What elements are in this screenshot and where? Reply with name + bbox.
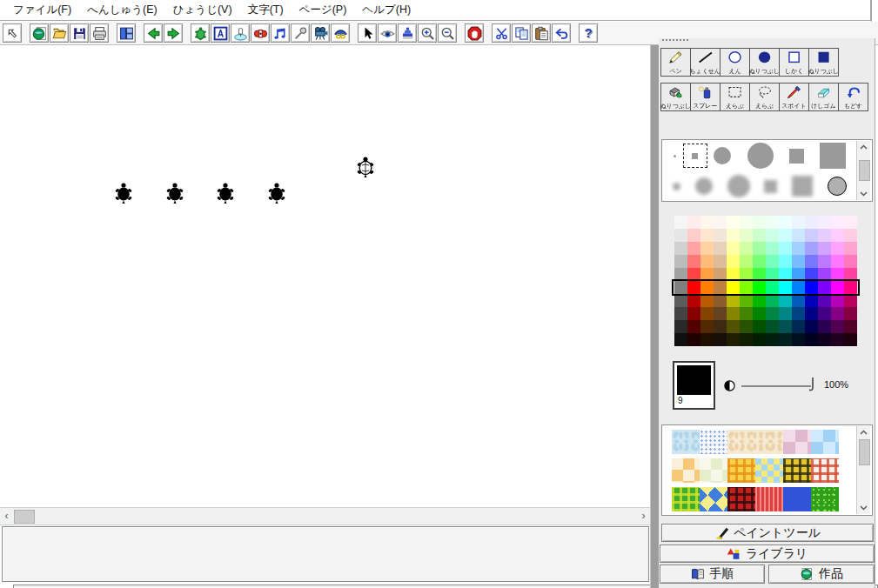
palette-cell[interactable] [740,294,753,307]
brush-shape-soft-circle-9[interactable] [673,183,680,190]
library-tab[interactable]: ライブラリ [660,545,875,563]
palette-cell[interactable] [700,320,714,333]
palette-cell[interactable] [714,268,727,281]
palette-cell[interactable] [674,229,687,242]
palette-cell[interactable] [792,294,805,307]
brush-shape-square-7[interactable] [692,153,698,159]
tool-select-rect[interactable]: えらぶ [720,83,750,111]
menu-file[interactable]: ファイル(F) [5,0,79,20]
palette-cell[interactable] [700,281,714,294]
help-button[interactable]: ?? [579,23,598,43]
paste-button[interactable] [532,23,551,43]
palette-cell[interactable] [844,216,857,229]
costume-button[interactable] [331,23,350,43]
palette-cell[interactable] [674,294,687,307]
palette-cell[interactable] [805,242,818,255]
palette-cell[interactable] [714,216,727,229]
palette-cell[interactable] [687,242,700,255]
palette-cell[interactable] [805,268,818,281]
palette-cell[interactable] [818,281,831,294]
palette-cell[interactable] [844,281,857,294]
texture-scrollbar[interactable] [856,426,870,514]
palette-cell[interactable] [805,216,818,229]
palette-cell[interactable] [844,320,857,333]
tool-pen[interactable]: ペン [660,48,691,77]
texture-dark-plaid[interactable] [783,458,811,483]
palette-cell[interactable] [753,333,766,346]
palette-cell[interactable] [687,333,700,346]
palette-cell[interactable] [792,229,805,242]
zoom-out-button[interactable] [438,23,457,43]
texture-red-knit[interactable] [755,487,783,511]
palette-cell[interactable] [792,307,805,320]
palette-cell[interactable] [779,307,792,320]
menu-view[interactable]: ひょうじ(V) [165,0,240,20]
palette-cell[interactable] [766,229,779,242]
palette-cell[interactable] [831,229,844,242]
palette-cell[interactable] [805,320,818,333]
texture-green-checker[interactable] [700,458,727,483]
palette-cell[interactable] [753,268,766,281]
brush-shape-square-30[interactable] [820,143,846,169]
texture-blue-mottle[interactable] [672,430,700,454]
palette-cell[interactable] [844,229,857,242]
brush-shape-ring-20[interactable] [828,177,847,196]
palette-cell[interactable] [766,294,779,307]
push-button-button[interactable] [231,23,250,43]
palette-cell[interactable] [753,216,766,229]
palette-cell[interactable] [674,320,687,333]
turtle-filled-3[interactable] [215,182,236,208]
tool-eyedropper[interactable]: スポイト [779,83,809,111]
new-turtle-button[interactable] [191,23,210,43]
texture-solid-blue[interactable] [783,487,811,511]
canvas-h-scrollbar[interactable]: ‹ › [0,507,650,525]
palette-cell[interactable] [818,229,831,242]
palette-cell[interactable] [727,320,740,333]
palette-cell[interactable] [805,255,818,268]
palette-cell[interactable] [700,294,714,307]
palette-cell[interactable] [687,307,700,320]
menu-page[interactable]: ページ(P) [292,0,355,20]
palette-cell[interactable] [714,229,727,242]
stop-hand-button[interactable] [465,23,484,43]
brush-shape-soft-square-24[interactable] [792,176,813,197]
palette-cell[interactable] [831,333,844,346]
menu-help[interactable]: ヘルプ(H) [354,0,419,20]
palette-cell[interactable] [740,268,753,281]
palette-cell[interactable] [779,255,792,268]
palette-cell[interactable] [714,242,727,255]
palette-cell[interactable] [818,255,831,268]
texture-green-yellow-plaid[interactable] [672,487,700,511]
palette-cell[interactable] [687,281,700,294]
palette-cell[interactable] [831,268,844,281]
palette-cell[interactable] [740,320,753,333]
palette-cell[interactable] [844,307,857,320]
palette-cell[interactable] [727,333,740,346]
stamp-button[interactable] [398,23,417,43]
brush-shape-soft-circle-20[interactable] [695,177,713,195]
palette-cell[interactable] [753,255,766,268]
texture-orange-plaid[interactable] [727,458,755,483]
h-scroll-thumb[interactable] [14,510,35,524]
palette-cell[interactable] [714,307,727,320]
palette-cell[interactable] [792,255,805,268]
open-folder-button[interactable] [50,23,69,43]
palette-cell[interactable] [727,307,740,320]
palette-cell[interactable] [831,281,844,294]
palette-cell[interactable] [818,242,831,255]
palette-cell[interactable] [818,320,831,333]
current-color-box[interactable]: 9 [673,361,715,410]
texture-cream-mottle[interactable] [727,430,783,454]
palette-cell[interactable] [753,307,766,320]
palette-cell[interactable] [687,294,700,307]
palette-cell[interactable] [714,281,727,294]
zoom-in-button[interactable] [418,23,437,43]
tool-select-lasso[interactable]: えらぶ [749,83,780,111]
palette-cell[interactable] [687,255,700,268]
palette-cell[interactable] [714,320,727,333]
palette-cell[interactable] [766,242,779,255]
palette-cell[interactable] [674,268,687,281]
palette-cell[interactable] [779,268,792,281]
palette-cell[interactable] [700,268,714,281]
opacity-slider-track[interactable] [741,385,811,387]
